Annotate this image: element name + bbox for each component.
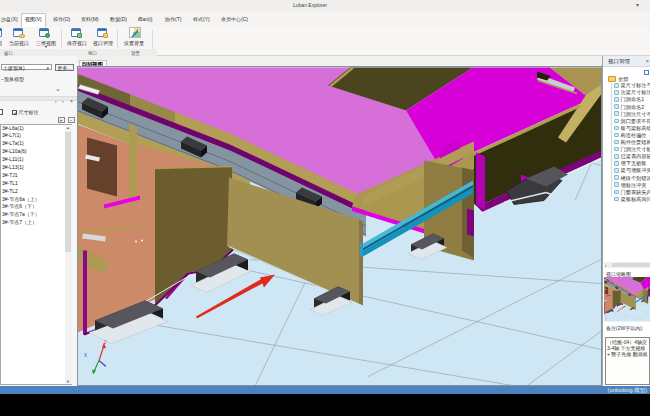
svg-text:X: X (84, 352, 87, 357)
